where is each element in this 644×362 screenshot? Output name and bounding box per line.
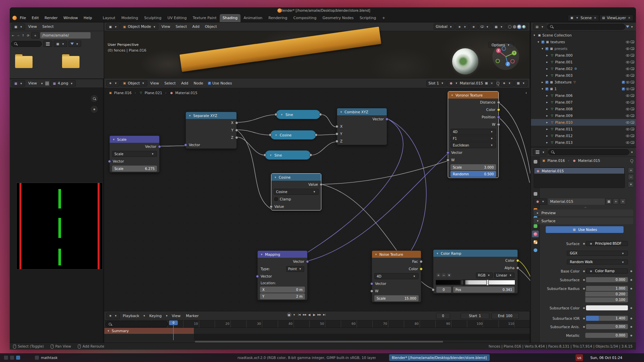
- file-search-input[interactable]: [11, 41, 42, 47]
- shader-node-canvas[interactable]: Plane.016 Plane.021 Material.015 Scale V…: [104, 88, 530, 311]
- timeline-view-menu[interactable]: View: [169, 313, 183, 319]
- y-input-socket[interactable]: [335, 132, 338, 135]
- z-input-socket[interactable]: [335, 140, 338, 143]
- operation-dropdown[interactable]: Cosine: [274, 189, 319, 195]
- eye-icon[interactable]: [626, 48, 630, 50]
- material-shading-icon[interactable]: [518, 25, 521, 28]
- tab-geometry-nodes[interactable]: Geometry Nodes: [319, 14, 357, 22]
- shader-add-menu[interactable]: Add: [179, 80, 191, 86]
- outliner-item-label[interactable]: Plane.002: [555, 67, 573, 71]
- wood-plank-object[interactable]: [179, 27, 381, 72]
- wireframe-shading-icon[interactable]: [508, 25, 512, 28]
- node-combine-xyz[interactable]: Combine XYZ Vector X Y Z: [337, 108, 387, 145]
- jump-to-start-button[interactable]: [297, 313, 301, 317]
- camera-icon[interactable]: [631, 94, 634, 97]
- decorator-dot-icon[interactable]: [629, 278, 633, 282]
- eye-icon[interactable]: [626, 121, 630, 124]
- filter-button[interactable]: [68, 41, 81, 47]
- editor-type-button[interactable]: [106, 80, 120, 86]
- outliner-row-plane[interactable]: Plane.008: [531, 106, 636, 112]
- camera-icon[interactable]: [631, 54, 634, 57]
- outliner-item-label[interactable]: 1: [554, 87, 557, 91]
- expand-icon[interactable]: [545, 60, 549, 64]
- eye-icon[interactable]: [626, 128, 630, 130]
- output-socket[interactable]: [309, 154, 312, 157]
- summary-channel[interactable]: Summary: [104, 328, 194, 334]
- camera-icon[interactable]: [631, 41, 634, 43]
- fac-input-socket[interactable]: [432, 288, 435, 291]
- editor-type-button[interactable]: [12, 80, 25, 86]
- editor-type-button[interactable]: [533, 149, 547, 155]
- unlink-scene-icon[interactable]: [593, 16, 597, 20]
- collapse-icon[interactable]: [374, 252, 378, 256]
- alpha-output-socket[interactable]: [516, 266, 519, 269]
- viewport-view-menu[interactable]: View: [159, 24, 172, 29]
- expand-icon[interactable]: [545, 134, 549, 138]
- tab-texture-paint[interactable]: Texture Paint: [190, 14, 220, 22]
- metallic-field[interactable]: 0.000: [585, 333, 628, 338]
- eye-icon[interactable]: [626, 81, 630, 83]
- display-mode-thumb-button[interactable]: [54, 41, 67, 47]
- timeline-marker-menu[interactable]: Marker: [183, 313, 201, 319]
- node-cosine-collapsed[interactable]: Cosine: [270, 130, 316, 139]
- material-datablock[interactable]: Material.015: [447, 80, 496, 86]
- camera-icon[interactable]: [631, 101, 634, 104]
- collection-checkbox[interactable]: [545, 47, 548, 50]
- launcher-icon[interactable]: [4, 356, 8, 360]
- eye-icon[interactable]: [626, 61, 630, 63]
- outliner-item-label[interactable]: textures: [550, 40, 565, 44]
- outliner-item-label[interactable]: Plane.001: [555, 60, 573, 64]
- node-cosine-expanded[interactable]: Cosine Value Cosine Clamp Value: [271, 173, 321, 210]
- add-workspace-button[interactable]: +: [379, 14, 388, 22]
- outliner-row-plane[interactable]: Plane.000: [531, 52, 636, 59]
- zoom-tool-button[interactable]: [90, 95, 98, 103]
- expand-icon[interactable]: [545, 114, 549, 118]
- color-output-socket[interactable]: [420, 267, 423, 270]
- feature-dropdown[interactable]: F1: [450, 135, 496, 141]
- transform-orientation[interactable]: Global: [434, 23, 455, 30]
- outliner-row-plane[interactable]: Plane.003: [531, 72, 636, 79]
- folder-item[interactable]: [62, 56, 79, 68]
- image-view-menu[interactable]: View: [26, 80, 39, 86]
- position-output-socket[interactable]: [497, 116, 500, 119]
- vector-output-socket[interactable]: [385, 118, 388, 121]
- tab-physics[interactable]: [532, 247, 539, 253]
- expand-icon[interactable]: [536, 40, 540, 44]
- eye-icon[interactable]: [626, 115, 630, 117]
- value-output-socket[interactable]: [320, 183, 323, 186]
- node-scale[interactable]: Scale Vector Scale Vector Scale6.275: [109, 135, 160, 173]
- camera-icon[interactable]: [631, 108, 634, 110]
- vector-output-socket[interactable]: [158, 145, 161, 148]
- viewport-canvas[interactable]: User Perspective (0) fences | Plane.016 …: [104, 31, 530, 78]
- editor-type-button[interactable]: [12, 23, 25, 30]
- camera-icon[interactable]: [631, 67, 634, 70]
- expand-icon[interactable]: [545, 73, 549, 77]
- editor-type-button[interactable]: [106, 23, 120, 30]
- expand-icon[interactable]: [545, 94, 549, 98]
- outliner-item-label[interactable]: Plane.011: [555, 127, 573, 131]
- eye-icon[interactable]: [626, 108, 630, 110]
- outliner-item-label[interactable]: Scene Collection: [542, 33, 572, 37]
- image-canvas[interactable]: [16, 183, 103, 269]
- decorator-dot-icon[interactable]: [629, 325, 633, 329]
- menu-render[interactable]: Render: [42, 15, 60, 21]
- remove-slot-button[interactable]: [628, 174, 634, 180]
- camera-icon[interactable]: [631, 114, 634, 117]
- collapse-icon[interactable]: [280, 113, 284, 117]
- up-button[interactable]: ↑: [21, 34, 25, 38]
- outliner-item-label[interactable]: Plane.000: [555, 53, 573, 57]
- snap-button[interactable]: [455, 23, 469, 30]
- ramp-stop-handle[interactable]: [463, 280, 465, 286]
- clamp-checkbox[interactable]: [274, 197, 278, 201]
- camera-icon[interactable]: [631, 47, 634, 50]
- location-x-field[interactable]: X0 m: [260, 287, 305, 293]
- refresh-button[interactable]: ⟳: [26, 34, 30, 38]
- mapping-type-dropdown[interactable]: Point: [286, 266, 304, 272]
- menu-window[interactable]: Window: [61, 15, 80, 21]
- editor-type-button[interactable]: [106, 313, 120, 319]
- channel-search-input[interactable]: [106, 321, 168, 327]
- file-browser-select-menu[interactable]: Select: [40, 24, 56, 29]
- camera-icon[interactable]: [631, 81, 634, 83]
- tab-shading[interactable]: Shading: [220, 14, 241, 22]
- input-socket[interactable]: [263, 154, 266, 157]
